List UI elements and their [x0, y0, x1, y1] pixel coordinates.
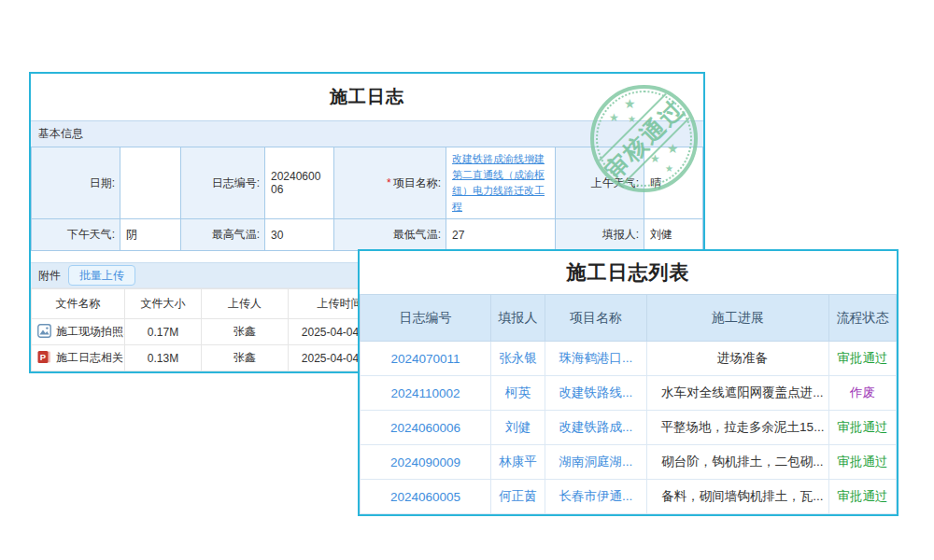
pm-weather-field: 阴	[120, 219, 181, 251]
log-list-panel: 施工日志列表 日志编号 填报人 项目名称 施工进展 流程状态 202407001…	[358, 249, 899, 516]
project-cell[interactable]: 长春市伊通...	[545, 480, 647, 514]
project-cell[interactable]: 珠海鹤港口...	[545, 342, 647, 376]
uploader-cell: 张鑫	[202, 319, 289, 345]
status-column-header: 流程状态	[829, 295, 897, 342]
log-no-field: 2024060006	[265, 147, 334, 219]
date-label: 日期:	[32, 147, 120, 219]
ppt-file-icon: P	[37, 350, 51, 367]
reporter-cell: 刘健	[491, 411, 545, 445]
status-badge: 作废	[829, 376, 897, 411]
log-list-row[interactable]: 2024060006 刘健 改建铁路成... 平整场地，拉走多余泥土15... …	[361, 411, 897, 445]
status-badge: 审批通过	[829, 342, 897, 376]
log-no-label: 日志编号:	[181, 147, 265, 219]
batch-upload-button[interactable]: 批量上传	[68, 265, 135, 286]
project-name-cell: 改建铁路成渝线增建第二直通线（成渝枢纽）电力线路迁改工程	[446, 147, 556, 219]
status-badge: 审批通过	[829, 445, 897, 480]
progress-cell: 备料，砌间墙钩机排土，瓦...	[647, 480, 829, 514]
project-cell[interactable]: 湖南洞庭湖...	[545, 445, 647, 480]
log-no-link[interactable]: 2024090009	[361, 445, 491, 480]
log-no-column-header: 日志编号	[361, 295, 491, 342]
progress-cell: 平整场地，拉走多余泥土15...	[647, 411, 829, 445]
image-file-icon	[37, 324, 51, 341]
status-badge: 审批通过	[829, 411, 897, 445]
file-name-header: 文件名称	[32, 289, 125, 319]
reporter-label: 填报人:	[556, 219, 644, 251]
log-list-row[interactable]: 2024060005 何正茵 长春市伊通... 备料，砌间墙钩机排土，瓦... …	[361, 480, 897, 514]
log-list-row[interactable]: 2024110002 柯英 改建铁路线... 水车对全线遮阳网覆盖点进... 作…	[361, 376, 897, 411]
basic-info-table: 日期: 日志编号: 2024060006 *项目名称: 改建铁路成渝线增建第二直…	[31, 147, 703, 251]
basic-info-section-header: 基本信息	[31, 120, 703, 147]
date-field[interactable]	[120, 147, 181, 219]
min-temp-label: 最低气温:	[334, 219, 446, 251]
required-star: *	[387, 176, 391, 189]
svg-text:P: P	[40, 352, 47, 362]
log-list-header-row: 日志编号 填报人 项目名称 施工进展 流程状态	[361, 295, 897, 342]
project-column-header: 项目名称	[545, 295, 647, 342]
log-form-title: 施工日志	[31, 74, 703, 120]
log-no-link[interactable]: 2024060005	[361, 480, 491, 514]
max-temp-field: 30	[265, 219, 334, 251]
project-name-label: *项目名称:	[334, 147, 446, 219]
log-no-link[interactable]: 2024060006	[361, 411, 491, 445]
am-weather-label: 上午天气:	[556, 147, 644, 219]
progress-cell: 水车对全线遮阳网覆盖点进...	[647, 376, 829, 411]
max-temp-label: 最高气温:	[181, 219, 265, 251]
progress-column-header: 施工进展	[647, 295, 829, 342]
log-list-row[interactable]: 2024090009 林康平 湖南洞庭湖... 砌台阶，钩机排土，二包砌... …	[361, 445, 897, 480]
log-no-link[interactable]: 2024070011	[361, 342, 491, 376]
pm-weather-label: 下午天气:	[32, 219, 120, 251]
log-list-title: 施工日志列表	[360, 251, 897, 294]
file-size-header: 文件大小	[125, 289, 202, 319]
log-list-table: 日志编号 填报人 项目名称 施工进展 流程状态 2024070011 张永银 珠…	[360, 294, 897, 514]
reporter-cell: 张永银	[491, 342, 545, 376]
log-list-row[interactable]: 2024070011 张永银 珠海鹤港口... 进场准备 审批通过	[361, 342, 897, 376]
file-size-cell: 0.13M	[125, 345, 202, 371]
reporter-cell: 何正茵	[491, 480, 545, 514]
reporter-cell: 柯英	[491, 376, 545, 411]
file-name-cell[interactable]: P 施工日志相关	[32, 345, 125, 371]
uploader-cell: 张鑫	[202, 345, 289, 371]
construction-log-screen: 施工日志 基本信息 日期: 日志编号: 2024060006 *项目名称: 改建…	[0, 0, 934, 560]
file-name-cell[interactable]: 施工现场拍照.j	[32, 319, 125, 345]
min-temp-field: 27	[446, 219, 556, 251]
uploader-header: 上传人	[202, 289, 289, 319]
attachments-label: 附件	[38, 268, 61, 284]
progress-cell: 进场准备	[647, 342, 829, 376]
file-size-cell: 0.17M	[125, 319, 202, 345]
project-cell[interactable]: 改建铁路线...	[545, 376, 647, 411]
project-name-link[interactable]: 改建铁路成渝线增建第二直通线（成渝枢纽）电力线路迁改工程	[452, 153, 545, 212]
progress-cell: 砌台阶，钩机排土，二包砌...	[647, 445, 829, 480]
reporter-cell: 林康平	[491, 445, 545, 480]
am-weather-field: 晴	[644, 147, 703, 219]
log-no-link[interactable]: 2024110002	[361, 376, 491, 411]
status-badge: 审批通过	[829, 480, 897, 514]
project-cell[interactable]: 改建铁路成...	[545, 411, 647, 445]
reporter-field: 刘健	[644, 219, 703, 251]
reporter-column-header: 填报人	[491, 295, 545, 342]
